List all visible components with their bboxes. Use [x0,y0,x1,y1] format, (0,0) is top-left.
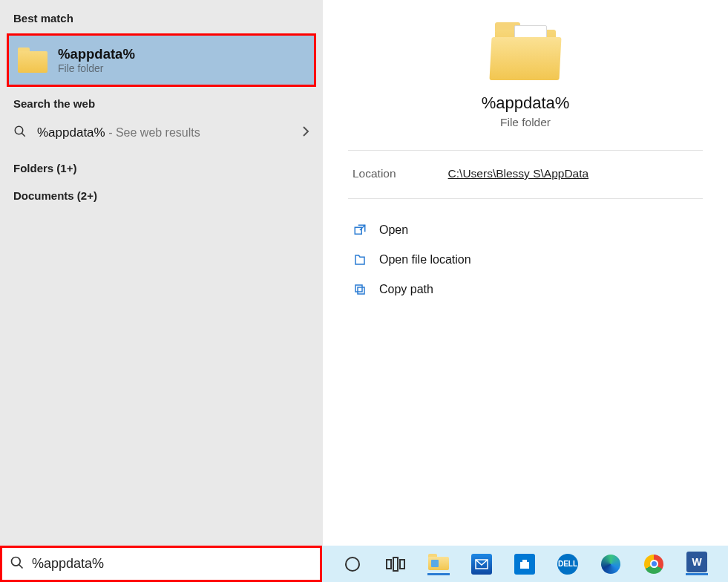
chrome-icon[interactable] [643,553,665,575]
left-results-column: Best match %appdata% File folder Search … [0,0,323,546]
best-match-header: Best match [0,7,323,29]
svg-line-1 [22,133,25,137]
search-icon [10,555,24,573]
filter-folders[interactable]: Folders (1+) [0,154,323,182]
copy-icon [352,282,367,297]
taskbar: DELL W [0,546,728,582]
copy-path-label: Copy path [379,283,433,296]
web-result-term: %appdata% [37,125,105,140]
svg-rect-9 [387,560,391,569]
search-the-web-header: Search the web [0,93,323,114]
svg-rect-13 [520,562,529,569]
web-result-row[interactable]: %appdata% - See web results [0,114,323,154]
search-results-panel: Best match %appdata% File folder Search … [0,0,728,546]
web-result-hint: - See web results [105,126,200,139]
svg-line-7 [19,564,23,568]
folder-icon [18,48,47,73]
svg-point-6 [12,557,21,566]
svg-point-0 [15,126,23,134]
word-icon[interactable]: W [686,553,708,575]
open-file-location-label: Open file location [379,253,471,267]
svg-rect-14 [522,560,527,562]
filter-documents[interactable]: Documents (2+) [0,182,323,209]
svg-point-8 [346,558,359,571]
search-input-container[interactable] [0,546,322,582]
open-label: Open [379,223,408,237]
divider [348,150,703,151]
divider [348,198,703,199]
location-label: Location [352,167,396,180]
file-explorer-icon[interactable] [427,553,450,575]
search-input[interactable] [32,556,312,572]
svg-rect-10 [393,558,398,571]
search-icon [13,125,27,141]
open-icon [352,223,367,238]
svg-rect-4 [358,287,364,294]
best-match-subtitle: File folder [58,62,135,74]
right-preview-pane: %appdata% File folder Location C:\Users\… [323,0,728,546]
best-match-title: %appdata% [58,46,135,62]
copy-path-action[interactable]: Copy path [352,282,698,297]
preview-subtitle: File folder [500,116,551,129]
preview-title: %appdata% [482,94,570,113]
edge-icon[interactable] [600,553,622,575]
mail-icon[interactable] [470,553,493,575]
svg-rect-2 [355,227,361,234]
open-file-location-action[interactable]: Open file location [352,252,698,267]
cortana-circle-icon[interactable] [341,553,364,575]
chevron-right-icon [302,125,309,141]
dell-update-icon[interactable]: DELL [557,553,579,575]
folder-icon [491,22,560,80]
best-match-result[interactable]: %appdata% File folder [7,33,316,87]
microsoft-store-icon[interactable] [514,553,536,575]
svg-rect-5 [355,285,362,292]
open-action[interactable]: Open [352,223,698,238]
task-view-icon[interactable] [384,553,407,575]
open-location-icon [352,252,367,267]
svg-rect-11 [400,560,404,569]
location-value[interactable]: C:\Users\Blessy S\AppData [448,167,589,180]
